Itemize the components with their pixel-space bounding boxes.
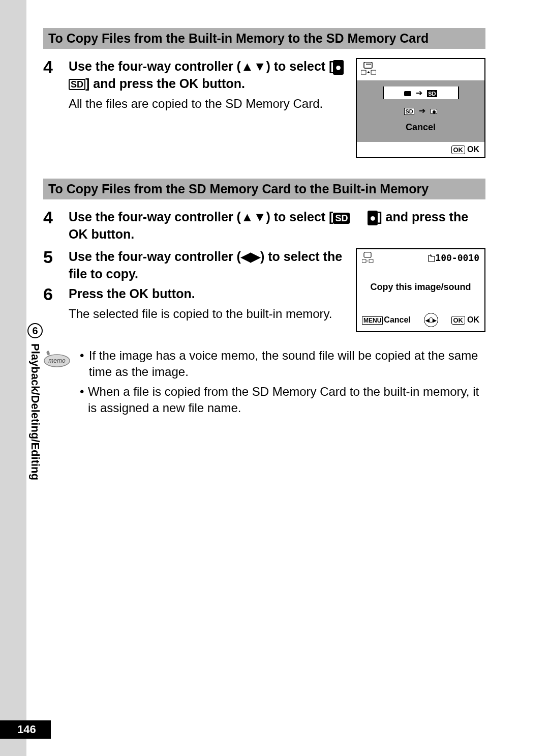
step-number: 4 bbox=[43, 209, 69, 226]
internal-memory-icon: ● bbox=[333, 60, 343, 75]
step-body: The selected file is copied to the built… bbox=[69, 306, 346, 322]
screen1-menu-area: ➔ SD SD ➔ Cancel bbox=[357, 80, 484, 142]
left-gutter bbox=[0, 0, 26, 756]
ok-badge-icon: OK bbox=[451, 316, 466, 325]
memo-icon: memo bbox=[43, 347, 71, 370]
s2-step4-text-a: Use the four-way controller (▲▼) to sele… bbox=[69, 210, 333, 224]
ok-group: OKOK bbox=[451, 315, 480, 325]
step-number: 6 bbox=[43, 285, 69, 303]
chapter-title-vertical: Playback/Deleting/Editing bbox=[28, 343, 42, 480]
step4-text-a: Use the four-way controller (▲▼) to sele… bbox=[69, 59, 333, 73]
memo-text-1: If the image has a voice memo, the sound… bbox=[89, 347, 485, 381]
memo-text-2: When a file is copied from the SD Memory… bbox=[88, 384, 485, 417]
screen2-bottom-row: MENUCancel ◀▶ OKOK bbox=[357, 313, 484, 327]
svg-rect-4 bbox=[362, 259, 366, 263]
step-row: 4 Use the four-way controller (▲▼) to se… bbox=[43, 58, 346, 93]
step4-text-b: ] and press the OK button. bbox=[85, 76, 245, 91]
step-instruction: Press the OK button. bbox=[69, 285, 346, 303]
copy-mode-icon bbox=[362, 252, 374, 266]
menu-option-sd-to-internal: SD ➔ bbox=[383, 104, 459, 117]
step-row: 5 Use the four-way controller (◀▶) to se… bbox=[43, 248, 346, 283]
menu-badge-icon: MENU bbox=[362, 316, 383, 325]
lcd-screen-1: ➔ SD SD ➔ Cancel OKOK bbox=[356, 58, 485, 158]
screen2-top-icons bbox=[362, 252, 374, 267]
folder-icon bbox=[428, 254, 435, 262]
step-instruction: Use the four-way controller (▲▼) to sele… bbox=[69, 209, 485, 243]
svg-rect-3 bbox=[364, 252, 371, 257]
internal-memory-icon bbox=[430, 109, 437, 114]
cancel-label: Cancel bbox=[384, 315, 410, 324]
screen1-top-icons bbox=[357, 59, 484, 80]
screen2-top-row: 100-0010 bbox=[357, 249, 484, 268]
screen2-message: Copy this image/sound bbox=[357, 268, 484, 313]
memo-block: memo • If the image has a voice memo, th… bbox=[43, 347, 485, 420]
step-body: All the files are copied to the SD Memor… bbox=[69, 96, 346, 112]
chapter-number-circle: 6 bbox=[27, 323, 43, 338]
step-row: 4 Use the four-way controller (▲▼) to se… bbox=[43, 209, 485, 243]
memo-list: • If the image has a voice memo, the sou… bbox=[80, 347, 485, 420]
bullet-dot: • bbox=[80, 347, 89, 381]
section2-block: 4 Use the four-way controller (▲▼) to se… bbox=[43, 209, 485, 332]
sd-icon: SD bbox=[427, 90, 437, 97]
chapter-tab: 6 Playback/Deleting/Editing bbox=[26, 323, 44, 480]
sd-icon: SD bbox=[333, 213, 350, 224]
four-way-controller-icon: ◀▶ bbox=[424, 313, 438, 327]
section1-block: 4 Use the four-way controller (▲▼) to se… bbox=[43, 58, 485, 158]
section-heading-1: To Copy Files from the Built-in Memory t… bbox=[43, 28, 485, 49]
copy-mode-icon bbox=[361, 62, 376, 75]
svg-rect-0 bbox=[364, 62, 372, 68]
screen1-ok-row: OKOK bbox=[357, 142, 484, 157]
memo-bullet: • If the image has a voice memo, the sou… bbox=[80, 347, 485, 381]
file-number: 100-0010 bbox=[428, 252, 479, 263]
menu-option-internal-to-sd: ➔ SD bbox=[383, 86, 459, 99]
internal-memory-icon: ● bbox=[368, 211, 378, 225]
memo-bullet: • When a file is copied from the SD Memo… bbox=[80, 384, 485, 417]
step-instruction: Use the four-way controller (▲▼) to sele… bbox=[69, 58, 346, 93]
step-number: 5 bbox=[43, 248, 69, 266]
internal-memory-icon bbox=[404, 91, 411, 96]
menu-cancel-group: MENUCancel bbox=[362, 315, 411, 325]
sd-icon: SD bbox=[69, 79, 85, 90]
lcd-screen-2: 100-0010 Copy this image/sound MENUCance… bbox=[356, 248, 485, 332]
ok-label: OK bbox=[467, 315, 479, 324]
ok-label: OK bbox=[467, 145, 479, 154]
file-number-text: 100-0010 bbox=[435, 252, 479, 263]
step-row: 6 Press the OK button. bbox=[43, 285, 346, 303]
step-number: 4 bbox=[43, 58, 69, 75]
svg-rect-2 bbox=[371, 70, 376, 74]
ok-badge-icon: OK bbox=[451, 146, 466, 154]
page-number: 146 bbox=[0, 720, 51, 739]
svg-rect-5 bbox=[369, 259, 373, 263]
sd-icon: SD bbox=[404, 108, 414, 115]
svg-text:memo: memo bbox=[48, 357, 66, 364]
bullet-dot: • bbox=[80, 384, 88, 417]
svg-rect-1 bbox=[361, 70, 366, 74]
cancel-option: Cancel bbox=[357, 122, 484, 133]
step-instruction: Use the four-way controller (◀▶) to sele… bbox=[69, 248, 346, 283]
content-area: To Copy Files from the Built-in Memory t… bbox=[43, 28, 485, 419]
section-heading-2: To Copy Files from the SD Memory Card to… bbox=[43, 179, 485, 199]
manual-page: 6 Playback/Deleting/Editing To Copy File… bbox=[0, 0, 549, 756]
